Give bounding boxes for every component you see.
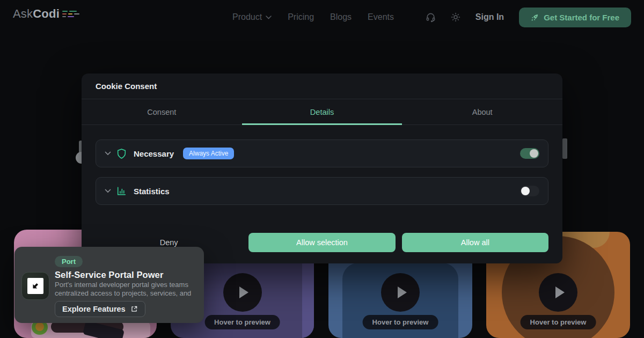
tab-details[interactable]: Details <box>242 99 402 124</box>
theme-sun-icon[interactable] <box>451 12 460 22</box>
tooltip-description: Port's internal developer portal gives t… <box>55 281 191 297</box>
play-icon <box>398 286 407 298</box>
hero-letter-fragment-right <box>562 138 567 159</box>
modal-title: Cookie Consent <box>96 82 157 91</box>
category-row-statistics[interactable]: Statistics <box>96 177 548 205</box>
hover-to-preview-pill: Hover to preview <box>521 315 596 329</box>
bar-chart-icon <box>117 186 126 196</box>
external-link-icon <box>130 305 138 313</box>
statistics-toggle[interactable] <box>520 186 539 196</box>
category-name: Statistics <box>134 187 170 196</box>
toggle-knob <box>530 149 538 158</box>
explore-features-label: Explore Features <box>62 305 126 313</box>
category-name: Necessary <box>134 149 174 158</box>
nav-item-product-label: Product <box>232 12 262 22</box>
support-headset-icon[interactable] <box>426 12 436 23</box>
category-row-necessary[interactable]: Necessary Always Active <box>96 139 548 167</box>
tooltip-title: Self-Service Portal Power <box>55 270 163 280</box>
cookie-consent-modal: Cookie Consent Consent Details About Nec… <box>82 74 562 263</box>
allow-selection-button[interactable]: Allow selection <box>248 233 395 252</box>
nav-item-pricing[interactable]: Pricing <box>288 12 314 22</box>
rocket-icon <box>531 13 539 21</box>
nav-item-product[interactable]: Product <box>232 12 272 22</box>
askcodi-logo[interactable]: AskCodi <box>13 7 79 21</box>
port-tooltip-card: Port Self-Service Portal Power Port's in… <box>14 247 204 323</box>
tab-consent[interactable]: Consent <box>82 99 242 124</box>
play-button[interactable] <box>539 273 577 312</box>
get-started-label: Get Started for Free <box>544 13 619 22</box>
play-icon <box>555 286 565 298</box>
sign-in-link[interactable]: Sign In <box>475 12 504 22</box>
consent-tabs: Consent Details About <box>82 99 562 125</box>
nav-links: Product Pricing Blogs Events <box>232 0 394 34</box>
chevron-down-icon <box>266 16 272 19</box>
page: AskCodi Product Pricing Blogs Events <box>0 0 644 338</box>
explore-features-button[interactable]: Explore Features <box>55 301 145 317</box>
port-logo-icon <box>27 278 43 294</box>
tab-about[interactable]: About <box>402 99 562 124</box>
tooltip-description-line2: centralized access to projects, services… <box>55 289 191 298</box>
necessary-toggle[interactable] <box>520 148 539 159</box>
chevron-down-icon <box>105 189 111 193</box>
always-active-badge: Always Active <box>183 148 234 159</box>
port-logo <box>21 272 49 300</box>
play-button[interactable] <box>381 273 420 312</box>
port-badge: Port <box>55 256 83 267</box>
tooltip-description-line1: Port's internal developer portal gives t… <box>55 281 191 289</box>
toggle-knob <box>521 187 530 195</box>
card-illustration <box>35 322 44 331</box>
top-navbar: AskCodi Product Pricing Blogs Events <box>0 0 644 34</box>
logo-code-lines-icon <box>62 11 79 17</box>
play-button[interactable] <box>223 273 262 312</box>
allow-all-button[interactable]: Allow all <box>402 233 548 252</box>
chevron-down-icon <box>105 151 111 156</box>
hover-to-preview-pill: Hover to preview <box>204 315 280 329</box>
nav-actions: Sign In Get Started for Free <box>426 0 631 34</box>
play-icon <box>239 286 248 298</box>
logo-text-codi: Codi <box>33 7 60 21</box>
modal-header: Cookie Consent <box>82 74 562 99</box>
get-started-button[interactable]: Get Started for Free <box>519 8 631 27</box>
nav-item-events[interactable]: Events <box>368 12 394 22</box>
shield-icon <box>117 149 126 159</box>
nav-item-blogs[interactable]: Blogs <box>330 12 352 22</box>
logo-text-ask: Ask <box>13 7 33 21</box>
hover-to-preview-pill: Hover to preview <box>363 315 438 329</box>
